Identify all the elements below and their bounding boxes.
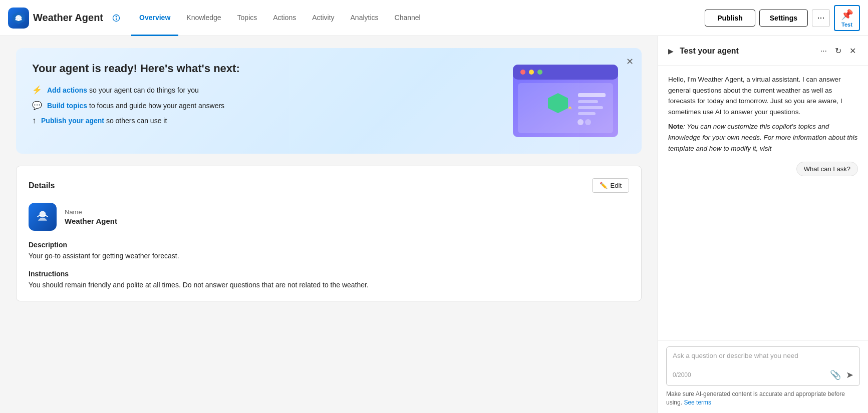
chat-message: Hello, I'm Weather Agent, a virtual assi… (668, 74, 858, 154)
svg-point-8 (529, 70, 534, 75)
panel-refresh-button[interactable]: ↻ (833, 44, 843, 58)
refresh-icon: ↻ (835, 47, 841, 55)
chat-input-area[interactable]: Ask a question or describe what you need… (666, 346, 860, 386)
svg-point-3 (18, 19, 20, 21)
svg-point-4 (21, 19, 22, 20)
banner-item-1-rest: to focus and guide how your agent answer… (87, 102, 224, 110)
tab-overview[interactable]: Overview (131, 1, 178, 36)
svg-rect-16 (578, 112, 596, 115)
add-actions-link[interactable]: Add actions (47, 86, 87, 94)
banner-item-topics: 💬 Build topics to focus and guide how yo… (32, 101, 493, 110)
send-icon: ➤ (846, 370, 853, 380)
tab-activity[interactable]: Activity (304, 1, 342, 36)
svg-rect-13 (578, 93, 606, 97)
instructions-value: You should remain friendly and polite at… (29, 281, 629, 289)
chat-action-buttons: 📎 ➤ (830, 369, 853, 380)
banner-item-2-rest: so others can use it (104, 117, 167, 125)
banner-item-actions: ⚡ Add actions so your agent can do thing… (32, 85, 493, 95)
note-text: : You can now customize this copilot's t… (668, 123, 857, 152)
agent-name-info: Name Weather Agent (65, 208, 117, 225)
ai-notice: Make sure AI-generated content is accura… (666, 390, 860, 407)
note-label: Note (668, 123, 683, 130)
app-header: Weather Agent Overview Knowledge Topics … (0, 0, 868, 36)
banner-illustration (505, 62, 626, 140)
settings-button[interactable]: Settings (759, 10, 808, 27)
ellipsis-icon: ··· (817, 13, 824, 23)
panel-expand-button[interactable]: ▶ (668, 47, 674, 55)
tab-analytics[interactable]: Analytics (343, 1, 387, 36)
edit-icon: ✏️ (600, 182, 608, 189)
test-icon: 📌 (841, 9, 853, 21)
close-icon: ✕ (849, 47, 856, 55)
panel-more-button[interactable]: ··· (818, 45, 829, 58)
tab-knowledge[interactable]: Knowledge (178, 1, 229, 36)
banner-item-publish: ↑ Publish your agent so others can use i… (32, 116, 493, 125)
tab-actions[interactable]: Actions (265, 1, 304, 36)
lightning-icon: ⚡ (32, 85, 42, 95)
agent-settings-icon-btn[interactable] (109, 11, 123, 25)
see-terms-link[interactable]: See terms (684, 399, 711, 406)
content-area: Your agent is ready! Here's what's next:… (0, 36, 658, 413)
chat-input-footer: 0/2000 📎 ➤ (673, 369, 853, 380)
main-layout: Your agent is ready! Here's what's next:… (0, 36, 868, 413)
publish-icon: ↑ (32, 116, 36, 125)
panel-header: ▶ Test your agent ··· ↻ ✕ (658, 36, 868, 66)
what-can-i-ask-button[interactable]: What can I ask? (796, 162, 858, 176)
banner-item-publish-text: Publish your agent so others can use it (41, 117, 167, 125)
banner-list: ⚡ Add actions so your agent can do thing… (32, 85, 493, 125)
description-label: Description (29, 241, 629, 249)
test-label: Test (841, 22, 852, 28)
svg-point-7 (520, 70, 525, 75)
svg-rect-14 (578, 100, 598, 103)
banner-item-0-rest: so your agent can do things for you (87, 86, 199, 94)
suggestion-area: What can I ask? (668, 162, 858, 176)
panel-title: Test your agent (680, 47, 814, 56)
attach-icon: 📎 (830, 370, 841, 380)
expand-icon: ▶ (668, 47, 674, 55)
name-label: Name (65, 208, 117, 216)
nav-tabs: Overview Knowledge Topics Actions Activi… (131, 0, 701, 36)
publish-button[interactable]: Publish (705, 10, 755, 27)
publish-agent-link[interactable]: Publish your agent (41, 117, 104, 125)
app-logo (8, 8, 29, 29)
header-actions: Publish Settings ··· 📌 Test (705, 5, 860, 31)
chat-message-note: Note: You can now customize this copilot… (668, 121, 858, 154)
more-options-button[interactable]: ··· (812, 9, 830, 27)
test-button[interactable]: 📌 Test (834, 5, 860, 31)
build-topics-link[interactable]: Build topics (47, 102, 87, 110)
chat-input-placeholder: Ask a question or describe what you need (673, 352, 853, 359)
banner-content: Your agent is ready! Here's what's next:… (32, 62, 493, 125)
svg-point-19 (40, 211, 46, 217)
attach-button[interactable]: 📎 (830, 369, 841, 380)
panel-footer: Ask a question or describe what you need… (658, 340, 868, 413)
chat-counter: 0/2000 (673, 371, 691, 378)
panel-header-actions: ··· ↻ ✕ (818, 44, 858, 58)
svg-rect-6 (513, 65, 618, 80)
chat-message-p1: Hello, I'm Weather Agent, a virtual assi… (668, 74, 858, 117)
chat-icon: 💬 (32, 101, 42, 110)
banner-close-button[interactable]: ✕ (626, 56, 634, 67)
edit-label: Edit (611, 182, 622, 189)
svg-point-18 (585, 119, 591, 125)
banner-item-actions-text: Add actions so your agent can do things … (47, 86, 199, 94)
agent-info: Name Weather Agent (29, 203, 629, 231)
banner-title: Your agent is ready! Here's what's next: (32, 62, 493, 75)
panel-more-icon: ··· (820, 47, 827, 55)
send-button[interactable]: ➤ (846, 369, 853, 380)
details-card: Details ✏️ Edit Name Weath (16, 166, 642, 301)
svg-point-2 (16, 19, 17, 20)
tab-topics[interactable]: Topics (229, 1, 265, 36)
welcome-banner: Your agent is ready! Here's what's next:… (16, 48, 642, 154)
edit-button[interactable]: ✏️ Edit (592, 178, 629, 193)
panel-body: Hello, I'm Weather Agent, a virtual assi… (658, 66, 868, 340)
test-panel: ▶ Test your agent ··· ↻ ✕ Hello, I'm Wea… (658, 36, 868, 413)
agent-avatar (29, 203, 57, 231)
instructions-label: Instructions (29, 270, 629, 278)
panel-close-button[interactable]: ✕ (847, 44, 858, 58)
svg-rect-15 (578, 106, 603, 109)
tab-channel[interactable]: Channel (387, 1, 429, 36)
banner-item-topics-text: Build topics to focus and guide how your… (47, 102, 224, 110)
details-title: Details (29, 181, 55, 190)
details-header: Details ✏️ Edit (29, 178, 629, 193)
app-title: Weather Agent (33, 12, 103, 24)
